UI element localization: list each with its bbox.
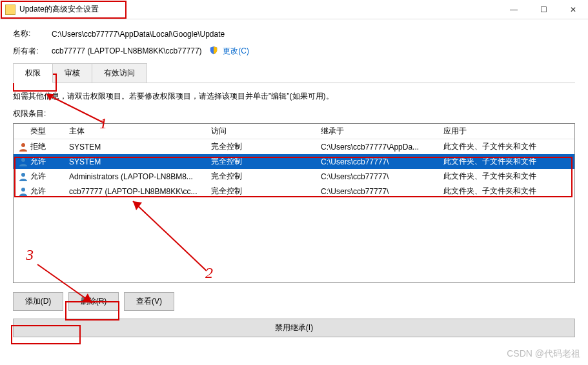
cell-access: 完全控制 bbox=[211, 141, 321, 152]
disable-inheritance-button[interactable]: 禁用继承(I) bbox=[13, 319, 575, 337]
cell-type: 允许 bbox=[30, 171, 69, 182]
remove-button[interactable]: 删除(R) bbox=[68, 292, 119, 311]
table-row[interactable]: 允许SYSTEM完全控制C:\Users\ccb77777\此文件夹、子文件夹和… bbox=[14, 154, 574, 169]
cell-access: 完全控制 bbox=[211, 156, 321, 167]
window-title: Update的高级安全设置 bbox=[19, 4, 499, 15]
change-owner-link[interactable]: 更改(C) bbox=[223, 46, 249, 55]
cell-principal: Administrators (LAPTOP-LN8BM8... bbox=[69, 172, 211, 181]
button-bar: 添加(D) 删除(R) 查看(V) bbox=[13, 292, 575, 311]
svg-point-1 bbox=[21, 158, 25, 162]
cell-principal: ccb77777 (LAPTOP-LN8BM8KK\cc... bbox=[69, 187, 211, 196]
user-icon bbox=[16, 172, 30, 182]
col-inherit[interactable]: 继承于 bbox=[321, 126, 443, 137]
window-controls: — ☐ ✕ bbox=[499, 0, 588, 19]
minimize-button[interactable]: — bbox=[499, 0, 529, 19]
svg-point-0 bbox=[21, 143, 25, 147]
col-type[interactable]: 类型 bbox=[30, 126, 69, 137]
col-principal[interactable]: 主体 bbox=[69, 126, 211, 137]
help-text: 如需其他信息，请双击权限项目。若要修改权限项目，请选择该项目并单击"编辑"(如果… bbox=[13, 91, 575, 102]
cell-applies: 此文件夹、子文件夹和文件 bbox=[443, 171, 572, 182]
tabs: 权限 审核 有效访问 bbox=[13, 63, 575, 83]
cell-inherit: C:\Users\ccb77777\ bbox=[321, 187, 443, 196]
owner-label: 所有者: bbox=[13, 46, 52, 57]
owner-value: ccb77777 (LAPTOP-LN8BM8KK\ccb77777) 更改(C… bbox=[52, 46, 249, 57]
user-icon bbox=[16, 157, 30, 167]
name-label: 名称: bbox=[13, 28, 52, 39]
cell-type: 允许 bbox=[30, 186, 69, 197]
table-row[interactable]: 允许ccb77777 (LAPTOP-LN8BM8KK\cc...完全控制C:\… bbox=[14, 184, 574, 199]
table-header: 类型 主体 访问 继承于 应用于 bbox=[14, 124, 574, 139]
svg-point-3 bbox=[21, 188, 25, 192]
table-row[interactable]: 允许Administrators (LAPTOP-LN8BM8...完全控制C:… bbox=[14, 169, 574, 184]
content-area: 名称: C:\Users\ccb77777\AppData\Local\Goog… bbox=[0, 19, 588, 344]
cell-access: 完全控制 bbox=[211, 186, 321, 197]
svg-point-2 bbox=[21, 173, 25, 177]
view-button[interactable]: 查看(V) bbox=[124, 292, 174, 311]
tab-effective-access[interactable]: 有效访问 bbox=[92, 63, 147, 83]
user-icon bbox=[16, 142, 30, 152]
owner-text: ccb77777 (LAPTOP-LN8BM8KK\ccb77777) bbox=[52, 46, 202, 55]
cell-applies: 此文件夹、子文件夹和文件 bbox=[443, 141, 572, 152]
cell-type: 允许 bbox=[30, 156, 69, 167]
tab-permissions[interactable]: 权限 bbox=[13, 63, 53, 83]
cell-access: 完全控制 bbox=[211, 171, 321, 182]
titlebar: Update的高级安全设置 — ☐ ✕ bbox=[0, 0, 588, 19]
cell-principal: SYSTEM bbox=[69, 157, 211, 166]
permissions-table: 类型 主体 访问 继承于 应用于 拒绝SYSTEM完全控制C:\Users\cc… bbox=[13, 123, 575, 283]
col-applies[interactable]: 应用于 bbox=[443, 126, 572, 137]
cell-applies: 此文件夹、子文件夹和文件 bbox=[443, 156, 572, 167]
cell-inherit: C:\Users\ccb77777\ bbox=[321, 172, 443, 181]
tab-audit[interactable]: 审核 bbox=[52, 63, 92, 83]
shield-icon bbox=[209, 46, 218, 55]
cell-inherit: C:\Users\ccb77777\ bbox=[321, 157, 443, 166]
folder-icon bbox=[5, 5, 15, 15]
maximize-button[interactable]: ☐ bbox=[529, 0, 558, 19]
entries-label: 权限条目: bbox=[13, 108, 575, 119]
add-button[interactable]: 添加(D) bbox=[13, 292, 63, 311]
table-row[interactable]: 拒绝SYSTEM完全控制C:\Users\ccb77777\AppDa...此文… bbox=[14, 139, 574, 154]
cell-type: 拒绝 bbox=[30, 141, 69, 152]
name-value: C:\Users\ccb77777\AppData\Local\Google\U… bbox=[52, 30, 225, 39]
close-button[interactable]: ✕ bbox=[558, 0, 588, 19]
cell-inherit: C:\Users\ccb77777\AppDa... bbox=[321, 143, 443, 152]
cell-principal: SYSTEM bbox=[69, 143, 211, 152]
watermark: CSDN @代码老祖 bbox=[507, 348, 580, 360]
user-icon bbox=[16, 186, 30, 197]
cell-applies: 此文件夹、子文件夹和文件 bbox=[443, 186, 572, 197]
col-access[interactable]: 访问 bbox=[211, 126, 321, 137]
